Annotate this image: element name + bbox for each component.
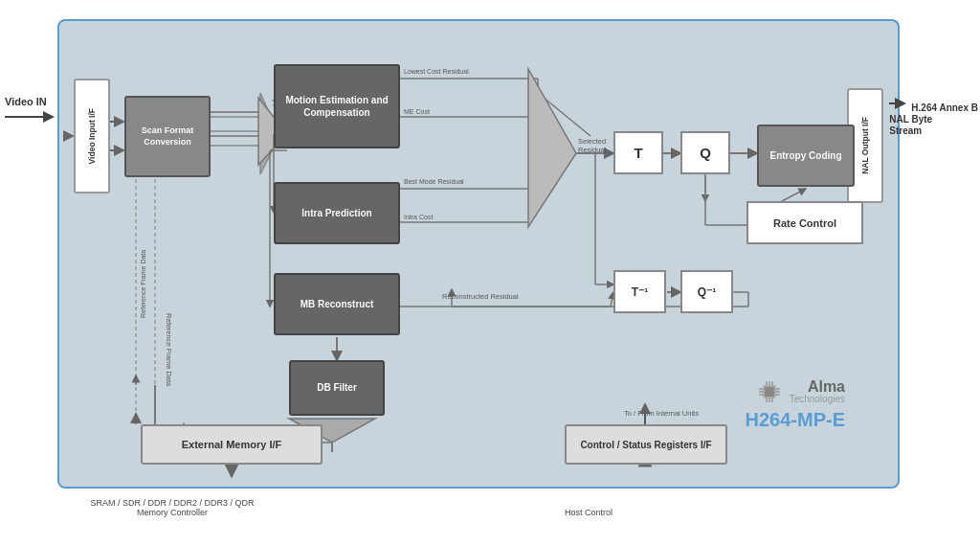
alma-logo: Alma Technologies H264-MP-E [746, 377, 845, 431]
svg-text:Lowest Cost Residual: Lowest Cost Residual [404, 68, 469, 75]
nal-out-arrow [889, 96, 908, 111]
alma-sub: Technologies [790, 395, 845, 404]
svg-rect-82 [765, 387, 774, 397]
svg-line-44 [782, 189, 806, 201]
svg-marker-38 [528, 69, 576, 227]
scan-label: Scan Format Conversion [126, 122, 209, 151]
nal-label: NAL Output I/F [860, 117, 870, 174]
nal-line1: H.264 Annex B [911, 102, 978, 113]
rate-control-box: Rate Control [746, 201, 863, 244]
tinv-label: T⁻¹ [632, 285, 648, 299]
svg-text:Reference Frame Data: Reference Frame Data [165, 313, 173, 387]
scan-format-box: Scan Format Conversion [124, 96, 211, 177]
db-filter-box: DB Filter [289, 360, 385, 416]
rate-label: Rate Control [773, 217, 836, 229]
svg-text:Intra Cost: Intra Cost [404, 214, 433, 220]
mb-reconstruct-box: MB Reconstruct [274, 273, 400, 335]
nal-line2: NAL Byte [889, 114, 932, 125]
vif-label: Video Input I/F [87, 108, 97, 164]
mbrec-label: MB Reconstruct [301, 299, 374, 309]
vif-box: Video Input I/F [74, 79, 110, 193]
host-control-label: Host Control [541, 508, 636, 517]
nal-out-label: H.264 Annex B NAL Byte Stream [889, 96, 978, 136]
entropy-coding-box: Entropy Coding [757, 125, 855, 187]
svg-text:ME Cost: ME Cost [404, 108, 430, 115]
svg-text:Residual: Residual [578, 146, 607, 154]
svg-text:To / From Internal Units: To / From Internal Units [624, 409, 699, 418]
external-memory-box: External Memory I/F [141, 424, 323, 465]
q-label: Q [700, 145, 711, 161]
q-quantize-box: Q [680, 131, 730, 174]
motion-label: Motion Estimation and Compensation [276, 88, 398, 125]
ctrl-label: Control / Status Registers I/F [578, 437, 713, 453]
qinv-label: Q⁻¹ [698, 285, 716, 299]
extmem-label: External Memory I/F [182, 439, 282, 450]
sram-label: SRAM / SDR / DDR / DDR2 / DDR3 / QDR Mem… [77, 498, 268, 517]
nal-line3: Stream [889, 125, 922, 136]
chip-icon [755, 377, 784, 406]
t-transform-box: T [613, 131, 663, 174]
svg-text:Reference Frame Data: Reference Frame Data [140, 250, 146, 318]
video-in-arrow [5, 109, 57, 125]
svg-line-33 [538, 93, 590, 136]
intra-label: Intra Prediction [301, 208, 371, 218]
db-label: DB Filter [317, 381, 357, 395]
control-status-box: Control / Status Registers I/F [565, 424, 727, 465]
entropy-label: Entropy Coding [767, 146, 846, 167]
svg-text:Selected: Selected [578, 137, 606, 146]
alma-name: Alma [790, 379, 845, 395]
svg-text:Reconstructed Residual: Reconstructed Residual [442, 292, 519, 301]
q-inverse-box: Q⁻¹ [680, 270, 733, 313]
svg-text:Best Mode Residual: Best Mode Residual [404, 178, 464, 185]
video-in-label: Video IN [5, 96, 57, 125]
alma-model: H264-MP-E [746, 409, 845, 431]
motion-estimation-box: Motion Estimation and Compensation [274, 64, 400, 148]
intra-prediction-box: Intra Prediction [274, 182, 400, 244]
t-label: T [634, 145, 642, 161]
t-inverse-box: T⁻¹ [613, 270, 666, 313]
